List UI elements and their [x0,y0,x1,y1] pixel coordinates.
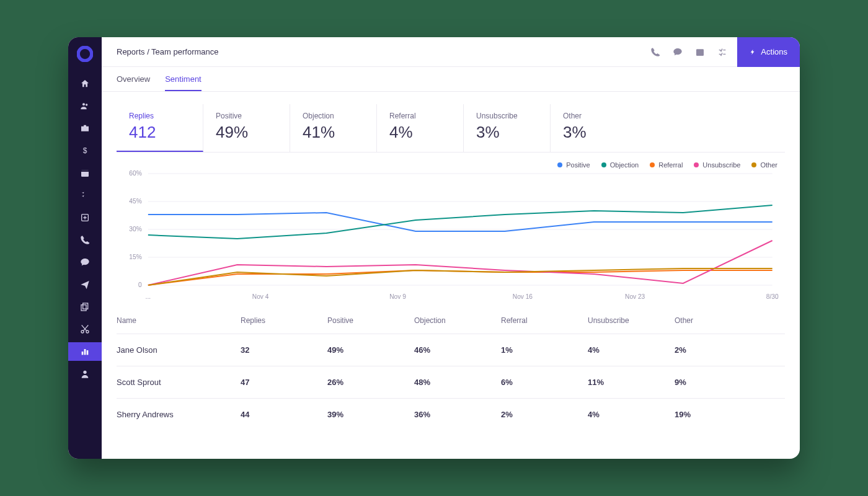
sidebar: $ [68,37,102,459]
phone-icon[interactable] [650,47,660,57]
legend-label: Positive [566,161,590,169]
table-row[interactable]: Sherry Andrews4439%36%2%4%19% [117,398,785,430]
stat-label: Referral [389,112,446,120]
calendar-icon[interactable] [695,47,705,57]
legend-label: Objection [610,161,639,169]
team-table: Name Replies Positive Objection Referral… [117,308,785,430]
cell-positive: 26% [327,378,414,387]
content: Replies 412 Positive 49% Objection 41% R… [102,92,800,430]
th-name: Name [117,316,241,325]
nav-profile-icon[interactable] [68,365,102,383]
nav-briefcase-icon[interactable] [68,119,102,138]
dot-icon [650,162,655,167]
stat-value: 49% [216,123,272,142]
app-frame: $ Reports / Team performance Actions [68,37,800,459]
app-logo [77,46,93,62]
nav-dollar-icon[interactable]: $ [68,141,102,160]
nav-home-icon[interactable] [68,74,102,93]
cell-positive: 39% [327,410,414,419]
chart-legend: Positive Objection Referral Unsubscribe … [557,161,777,169]
stat-card-unsubscribe[interactable]: Unsubscribe 3% [464,104,551,152]
th-positive: Positive [327,316,414,325]
nav-cut-icon[interactable] [68,320,102,339]
actions-label: Actions [761,47,787,56]
svg-text:Nov 16: Nov 16 [513,293,533,300]
cell-referral: 6% [501,378,588,387]
nav-people-icon[interactable] [68,97,102,115]
cell-unsubscribe: 11% [588,378,675,387]
svg-text:60%: 60% [129,170,141,177]
dot-icon [751,162,756,167]
nav-phone-icon[interactable] [68,231,102,249]
nav-copy-icon[interactable] [68,298,102,316]
stat-label: Unsubscribe [476,112,533,120]
stat-card-referral[interactable]: Referral 4% [377,104,464,152]
th-referral: Referral [501,316,588,325]
sub-tabs: Overview Sentiment [102,67,800,92]
svg-point-2 [86,104,87,105]
table-row[interactable]: Scott Sprout4726%48%6%11%9% [117,366,785,398]
stat-card-other[interactable]: Other 3% [551,104,637,152]
th-objection: Objection [414,316,501,325]
stat-value: 3% [563,123,620,142]
svg-rect-5 [81,170,89,172]
th-replies: Replies [241,316,327,325]
cell-unsubscribe: 4% [588,345,675,355]
stat-card-replies[interactable]: Replies 412 [117,104,203,152]
tasks-icon[interactable] [717,47,727,57]
nav-calendar-icon[interactable] [68,164,102,182]
nav-send-icon[interactable] [68,275,102,294]
svg-text:15%: 15% [129,254,141,260]
nav-tasks-icon[interactable] [68,186,102,205]
stat-label: Positive [216,112,272,120]
stat-card-positive[interactable]: Positive 49% [203,104,290,152]
actions-button[interactable]: Actions [737,37,800,67]
table-row[interactable]: Jane Olson3249%46%1%4%2% [117,334,785,366]
svg-rect-12 [84,349,86,355]
cell-objection: 36% [414,410,501,419]
tab-overview[interactable]: Overview [117,74,150,91]
cell-name: Jane Olson [117,345,241,355]
svg-rect-13 [87,350,89,355]
topbar: Reports / Team performance Actions [102,37,800,67]
stat-value: 41% [303,123,359,142]
svg-text:...: ... [146,293,151,300]
cell-name: Sherry Andrews [117,410,241,419]
svg-text:0: 0 [138,281,142,288]
svg-text:$: $ [83,146,87,155]
svg-point-1 [82,103,85,105]
svg-rect-7 [83,303,88,309]
svg-text:Nov 9: Nov 9 [389,293,406,300]
tab-sentiment[interactable]: Sentiment [165,74,202,91]
dot-icon [601,162,606,167]
stat-value: 3% [476,123,533,142]
cell-objection: 48% [414,378,501,387]
dot-icon [557,162,562,167]
chat-icon[interactable] [673,47,683,57]
bolt-icon [750,48,756,56]
legend-positive: Positive [557,161,590,169]
th-unsubscribe: Unsubscribe [588,316,675,325]
cell-referral: 2% [501,410,588,419]
stat-label: Replies [129,112,185,120]
stat-cards: Replies 412 Positive 49% Objection 41% R… [117,104,785,153]
nav-chat-icon[interactable] [68,253,102,272]
svg-rect-8 [81,305,86,311]
cell-replies: 32 [241,345,327,355]
chart-svg: 015%30%45%60%...Nov 4Nov 9Nov 16Nov 238/… [117,161,785,304]
cell-name: Scott Sprout [117,378,241,387]
nav-reports-icon[interactable] [68,342,102,361]
stat-value: 412 [129,123,185,142]
nav-add-icon[interactable] [68,208,102,227]
table-header: Name Replies Positive Objection Referral… [117,308,785,334]
svg-rect-11 [82,352,84,355]
stat-label: Other [563,112,620,120]
legend-label: Other [760,161,777,169]
legend-other: Other [751,161,777,169]
dot-icon [694,162,699,167]
svg-text:Nov 4: Nov 4 [252,293,269,300]
legend-referral: Referral [650,161,683,169]
stat-card-objection[interactable]: Objection 41% [290,104,377,152]
cell-other: 19% [675,410,749,419]
cell-replies: 44 [241,410,327,419]
